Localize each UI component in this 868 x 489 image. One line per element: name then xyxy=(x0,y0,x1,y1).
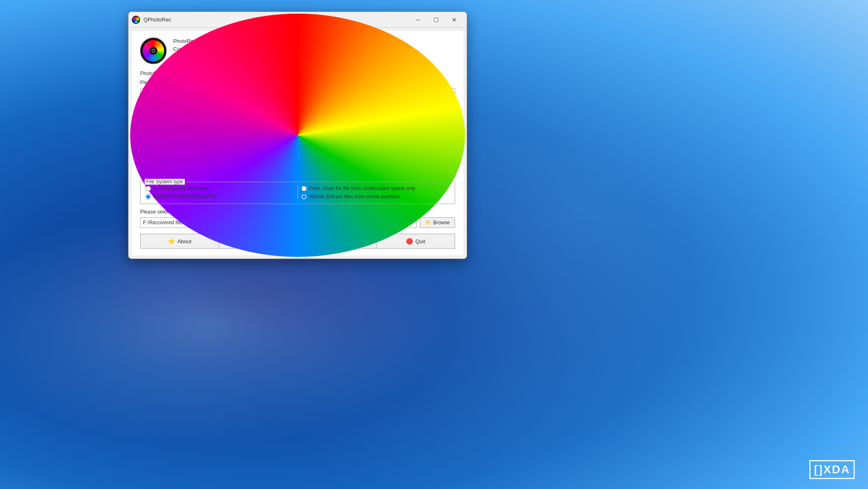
minimize-button[interactable]: ─ xyxy=(409,14,427,26)
quit-icon: 🔴 xyxy=(406,238,413,244)
quit-label: Quit xyxy=(415,238,425,244)
app-logo xyxy=(140,38,167,64)
radio-whole[interactable]: Whole: Extract files from whole partitio… xyxy=(301,194,450,199)
radio-free-input[interactable] xyxy=(301,186,307,191)
radio-ext2-label: ext2/ext3/ext4 filesystem xyxy=(153,185,210,191)
radio-fat-label: FAT/NTFS/HFS+/ReiserFS/... xyxy=(153,194,221,199)
filesystem-legend: File System type xyxy=(145,179,185,185)
browse-icon: 📁 xyxy=(425,220,432,226)
radio-whole-label: Whole: Extract files from whole partitio… xyxy=(309,194,400,199)
app-icon xyxy=(132,16,140,24)
fs-columns: ext2/ext3/ext4 filesystem FAT/NTFS/HFS+/… xyxy=(145,185,450,199)
radio-whole-input[interactable] xyxy=(301,194,307,199)
radio-ext2[interactable]: ext2/ext3/ext4 filesystem xyxy=(145,185,294,191)
radio-free[interactable]: Free: Scan for file from unallocated spa… xyxy=(301,185,450,191)
fs-divider xyxy=(298,185,298,199)
radio-fat-input[interactable] xyxy=(145,194,151,199)
about-label: About xyxy=(177,238,191,244)
browse-label: Browse xyxy=(433,220,450,226)
browse-button[interactable]: 📁 Browse xyxy=(420,217,455,228)
radio-ext2-input[interactable] xyxy=(145,186,151,191)
radio-fat[interactable]: FAT/NTFS/HFS+/ReiserFS/... xyxy=(145,194,294,199)
fs-left-col: ext2/ext3/ext4 filesystem FAT/NTFS/HFS+/… xyxy=(145,185,294,199)
fs-right-col: Free: Scan for file from unallocated spa… xyxy=(301,185,450,199)
titlebar: QPhotoRec ─ ☐ ✕ xyxy=(129,12,467,28)
application-window: QPhotoRec ─ ☐ ✕ PhotoRec 7.2-WIP, Data R… xyxy=(128,12,467,259)
radio-free-label: Free: Scan for file from unallocated spa… xyxy=(309,185,416,191)
close-button[interactable]: ✕ xyxy=(445,14,463,26)
xda-watermark: []XDA xyxy=(809,460,855,479)
maximize-button[interactable]: ☐ xyxy=(427,14,445,26)
about-icon: ⭐ xyxy=(168,238,175,244)
filesystem-type-group: File System type ext2/ext3/ext4 filesyst… xyxy=(140,182,455,204)
window-controls: ─ ☐ ✕ xyxy=(409,14,463,26)
